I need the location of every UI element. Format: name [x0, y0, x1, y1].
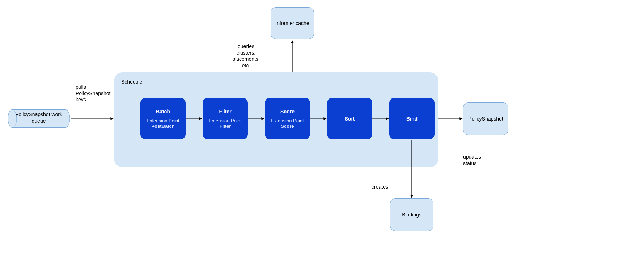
arrows-layer — [0, 0, 644, 265]
diagram-canvas: Informer cache queries clusters, placeme… — [0, 0, 644, 265]
